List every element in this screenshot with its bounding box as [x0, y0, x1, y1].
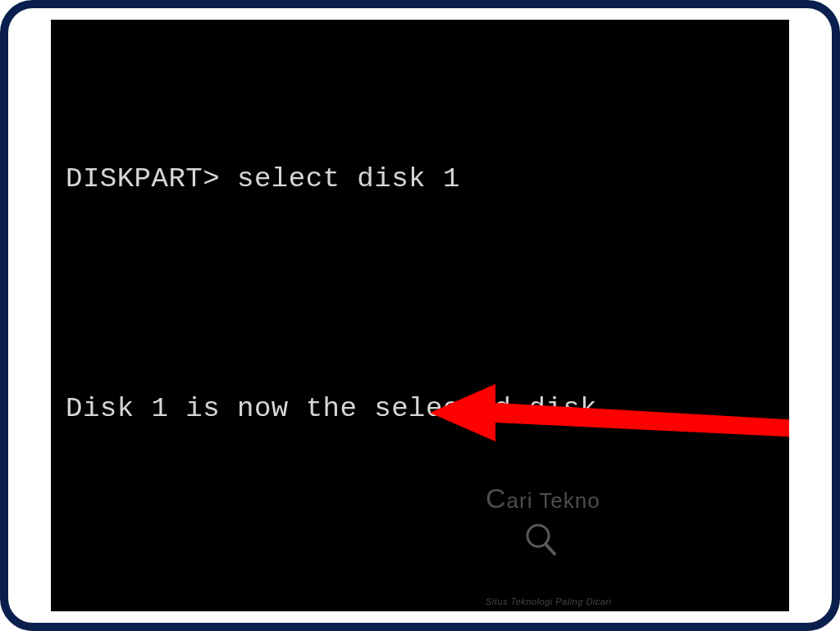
svg-line-2 — [546, 544, 555, 554]
blank-line — [66, 281, 774, 309]
cmd-line-select-disk: DISKPART> select disk 1 — [66, 159, 774, 199]
blank-line — [66, 510, 774, 538]
diskpart-terminal: DISKPART> select disk 1 Disk 1 is now th… — [51, 20, 789, 611]
watermark-tagline: Situs Teknologi Paling Dicari — [486, 596, 612, 609]
response-selected-disk: Disk 1 is now the selected disk. — [66, 389, 774, 429]
screenshot-frame: DISKPART> select disk 1 Disk 1 is now th… — [0, 0, 840, 631]
command-select-disk: select disk 1 — [237, 163, 460, 194]
prompt: DISKPART> — [66, 163, 220, 194]
